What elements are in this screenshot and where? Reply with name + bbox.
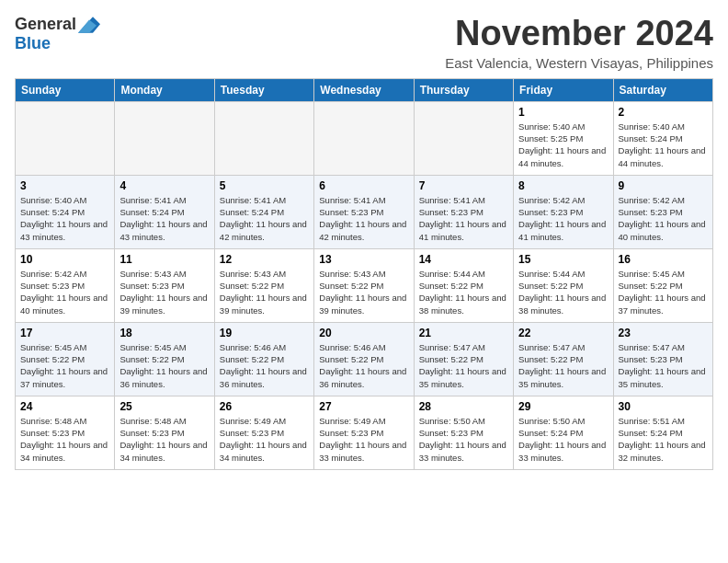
calendar-day-cell: 13Sunrise: 5:43 AM Sunset: 5:22 PM Dayli… <box>314 248 414 322</box>
calendar-day-cell <box>16 101 115 175</box>
day-info: Sunrise: 5:42 AM Sunset: 5:23 PM Dayligh… <box>20 268 109 316</box>
calendar-day-cell <box>314 101 414 175</box>
day-number: 6 <box>319 179 408 192</box>
calendar-day-cell: 9Sunrise: 5:42 AM Sunset: 5:23 PM Daylig… <box>613 175 712 248</box>
day-info: Sunrise: 5:48 AM Sunset: 5:23 PM Dayligh… <box>20 415 109 464</box>
day-info: Sunrise: 5:50 AM Sunset: 5:23 PM Dayligh… <box>419 415 508 464</box>
day-info: Sunrise: 5:46 AM Sunset: 5:22 PM Dayligh… <box>220 341 309 390</box>
calendar-day-cell <box>414 101 513 175</box>
month-title: November 2024 <box>445 15 713 53</box>
day-info: Sunrise: 5:40 AM Sunset: 5:24 PM Dayligh… <box>619 121 708 169</box>
calendar-day-cell: 28Sunrise: 5:50 AM Sunset: 5:23 PM Dayli… <box>414 396 513 469</box>
day-number: 30 <box>619 400 708 413</box>
title-section: November 2024 East Valencia, Western Vis… <box>445 15 713 71</box>
calendar-day-cell: 29Sunrise: 5:50 AM Sunset: 5:24 PM Dayli… <box>514 396 613 469</box>
calendar-day-cell: 18Sunrise: 5:45 AM Sunset: 5:22 PM Dayli… <box>115 322 214 396</box>
day-info: Sunrise: 5:41 AM Sunset: 5:23 PM Dayligh… <box>319 194 408 243</box>
day-number: 9 <box>619 179 708 192</box>
calendar-day-cell: 8Sunrise: 5:42 AM Sunset: 5:23 PM Daylig… <box>514 175 613 248</box>
day-number: 29 <box>518 400 608 413</box>
calendar-day-cell: 17Sunrise: 5:45 AM Sunset: 5:22 PM Dayli… <box>16 322 115 396</box>
day-info: Sunrise: 5:44 AM Sunset: 5:22 PM Dayligh… <box>518 268 608 316</box>
day-number: 5 <box>220 179 309 192</box>
calendar-day-cell: 4Sunrise: 5:41 AM Sunset: 5:24 PM Daylig… <box>115 175 214 248</box>
weekday-header: Wednesday <box>314 78 414 101</box>
day-info: Sunrise: 5:43 AM Sunset: 5:23 PM Dayligh… <box>119 268 209 316</box>
calendar-day-cell: 6Sunrise: 5:41 AM Sunset: 5:23 PM Daylig… <box>314 175 414 248</box>
day-number: 10 <box>20 253 109 266</box>
day-info: Sunrise: 5:45 AM Sunset: 5:22 PM Dayligh… <box>119 341 209 390</box>
calendar-day-cell: 10Sunrise: 5:42 AM Sunset: 5:23 PM Dayli… <box>16 248 115 322</box>
logo: General Blue <box>15 15 100 53</box>
day-number: 8 <box>518 179 608 192</box>
calendar-day-cell: 27Sunrise: 5:49 AM Sunset: 5:23 PM Dayli… <box>314 396 414 469</box>
calendar-day-cell: 24Sunrise: 5:48 AM Sunset: 5:23 PM Dayli… <box>16 396 115 469</box>
day-number: 28 <box>419 400 508 413</box>
calendar-week-row: 1Sunrise: 5:40 AM Sunset: 5:25 PM Daylig… <box>16 101 713 175</box>
calendar-day-cell: 25Sunrise: 5:48 AM Sunset: 5:23 PM Dayli… <box>115 396 214 469</box>
calendar-day-cell <box>115 101 214 175</box>
day-info: Sunrise: 5:42 AM Sunset: 5:23 PM Dayligh… <box>619 194 708 243</box>
calendar-day-cell: 20Sunrise: 5:46 AM Sunset: 5:22 PM Dayli… <box>314 322 414 396</box>
day-info: Sunrise: 5:43 AM Sunset: 5:22 PM Dayligh… <box>319 268 408 316</box>
day-number: 19 <box>220 327 309 339</box>
calendar-day-cell: 1Sunrise: 5:40 AM Sunset: 5:25 PM Daylig… <box>514 101 613 175</box>
day-number: 21 <box>419 327 508 339</box>
day-info: Sunrise: 5:41 AM Sunset: 5:23 PM Dayligh… <box>419 194 508 243</box>
day-number: 17 <box>20 327 109 339</box>
day-info: Sunrise: 5:49 AM Sunset: 5:23 PM Dayligh… <box>220 415 309 464</box>
day-info: Sunrise: 5:40 AM Sunset: 5:25 PM Dayligh… <box>518 121 608 169</box>
logo-blue-text: Blue <box>15 34 51 53</box>
day-info: Sunrise: 5:42 AM Sunset: 5:23 PM Dayligh… <box>518 194 608 243</box>
logo-icon <box>78 17 100 33</box>
weekday-header: Saturday <box>613 78 712 101</box>
page-header: General Blue November 2024 East Valencia… <box>15 15 713 71</box>
calendar-day-cell: 2Sunrise: 5:40 AM Sunset: 5:24 PM Daylig… <box>613 101 712 175</box>
weekday-header-row: SundayMondayTuesdayWednesdayThursdayFrid… <box>16 78 713 101</box>
day-info: Sunrise: 5:47 AM Sunset: 5:22 PM Dayligh… <box>518 341 608 390</box>
day-info: Sunrise: 5:48 AM Sunset: 5:23 PM Dayligh… <box>119 415 209 464</box>
day-info: Sunrise: 5:41 AM Sunset: 5:24 PM Dayligh… <box>220 194 309 243</box>
calendar-day-cell: 3Sunrise: 5:40 AM Sunset: 5:24 PM Daylig… <box>16 175 115 248</box>
day-number: 18 <box>119 327 209 339</box>
calendar-day-cell: 26Sunrise: 5:49 AM Sunset: 5:23 PM Dayli… <box>214 396 313 469</box>
day-number: 15 <box>518 253 608 266</box>
calendar-day-cell: 16Sunrise: 5:45 AM Sunset: 5:22 PM Dayli… <box>613 248 712 322</box>
day-info: Sunrise: 5:47 AM Sunset: 5:22 PM Dayligh… <box>419 341 508 390</box>
calendar-week-row: 10Sunrise: 5:42 AM Sunset: 5:23 PM Dayli… <box>16 248 713 322</box>
weekday-header: Friday <box>514 78 613 101</box>
day-number: 22 <box>518 327 608 339</box>
day-number: 23 <box>619 327 708 339</box>
calendar-day-cell: 19Sunrise: 5:46 AM Sunset: 5:22 PM Dayli… <box>214 322 313 396</box>
day-info: Sunrise: 5:45 AM Sunset: 5:22 PM Dayligh… <box>619 268 708 316</box>
logo-general-text: General <box>15 15 76 34</box>
day-info: Sunrise: 5:41 AM Sunset: 5:24 PM Dayligh… <box>119 194 209 243</box>
calendar-day-cell <box>214 101 313 175</box>
day-info: Sunrise: 5:50 AM Sunset: 5:24 PM Dayligh… <box>518 415 608 464</box>
day-info: Sunrise: 5:46 AM Sunset: 5:22 PM Dayligh… <box>319 341 408 390</box>
day-number: 4 <box>119 179 209 192</box>
calendar-day-cell: 7Sunrise: 5:41 AM Sunset: 5:23 PM Daylig… <box>414 175 513 248</box>
calendar-day-cell: 30Sunrise: 5:51 AM Sunset: 5:24 PM Dayli… <box>613 396 712 469</box>
calendar-day-cell: 22Sunrise: 5:47 AM Sunset: 5:22 PM Dayli… <box>514 322 613 396</box>
weekday-header: Tuesday <box>214 78 313 101</box>
day-info: Sunrise: 5:49 AM Sunset: 5:23 PM Dayligh… <box>319 415 408 464</box>
day-number: 24 <box>20 400 109 413</box>
calendar-week-row: 17Sunrise: 5:45 AM Sunset: 5:22 PM Dayli… <box>16 322 713 396</box>
day-number: 14 <box>419 253 508 266</box>
day-number: 2 <box>619 106 708 119</box>
day-number: 25 <box>119 400 209 413</box>
day-info: Sunrise: 5:45 AM Sunset: 5:22 PM Dayligh… <box>20 341 109 390</box>
calendar-day-cell: 21Sunrise: 5:47 AM Sunset: 5:22 PM Dayli… <box>414 322 513 396</box>
day-number: 1 <box>518 106 608 119</box>
day-info: Sunrise: 5:43 AM Sunset: 5:22 PM Dayligh… <box>220 268 309 316</box>
calendar-day-cell: 11Sunrise: 5:43 AM Sunset: 5:23 PM Dayli… <box>115 248 214 322</box>
calendar-week-row: 3Sunrise: 5:40 AM Sunset: 5:24 PM Daylig… <box>16 175 713 248</box>
calendar-day-cell: 12Sunrise: 5:43 AM Sunset: 5:22 PM Dayli… <box>214 248 313 322</box>
day-number: 26 <box>220 400 309 413</box>
day-number: 7 <box>419 179 508 192</box>
day-info: Sunrise: 5:40 AM Sunset: 5:24 PM Dayligh… <box>20 194 109 243</box>
calendar-table: SundayMondayTuesdayWednesdayThursdayFrid… <box>15 78 713 470</box>
calendar-day-cell: 14Sunrise: 5:44 AM Sunset: 5:22 PM Dayli… <box>414 248 513 322</box>
day-number: 13 <box>319 253 408 266</box>
